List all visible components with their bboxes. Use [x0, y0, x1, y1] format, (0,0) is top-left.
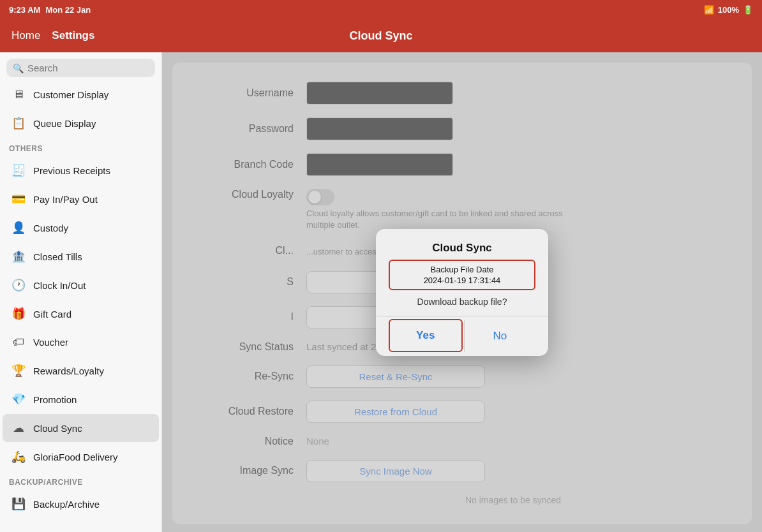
sidebar-item-label: Gift Card — [33, 309, 71, 320]
dialog-buttons: Yes No — [389, 316, 535, 356]
promotion-icon: 💎 — [11, 392, 26, 406]
sidebar-item-gloriafood[interactable]: 🛵 GloriaFood Delivery — [3, 443, 159, 471]
search-input[interactable] — [27, 63, 149, 73]
sidebar-item-label: Closed Tills — [33, 251, 82, 262]
sidebar-item-queue-display[interactable]: 📋 Queue Display — [3, 109, 159, 137]
clock-in-out-icon: 🕐 — [11, 278, 26, 292]
battery-icon: 🔋 — [743, 5, 753, 15]
dialog-backup-label: Backup File Date — [396, 265, 528, 274]
customer-display-icon: 🖥 — [11, 88, 26, 101]
sidebar-item-label: GloriaFood Delivery — [33, 452, 118, 462]
sidebar-item-label: Clock In/Out — [33, 280, 86, 291]
status-date: Mon 22 Jan — [45, 5, 91, 15]
sidebar-item-customer-display[interactable]: 🖥 Customer Display — [3, 81, 159, 108]
sidebar-item-voucher[interactable]: 🏷 Voucher — [3, 329, 159, 356]
wifi-icon: 📶 — [704, 5, 714, 15]
sidebar-item-closed-tills[interactable]: 🏦 Closed Tills — [3, 242, 159, 270]
sidebar-item-backup-archive[interactable]: 💾 Backup/Archive — [3, 490, 159, 518]
sidebar-item-promotion[interactable]: 💎 Promotion — [3, 385, 159, 413]
sidebar-item-label: Rewards/Loyalty — [33, 366, 104, 376]
sidebar-item-pay-in-out[interactable]: 💳 Pay In/Pay Out — [3, 185, 159, 213]
sidebar: 🔍 🖥 Customer Display 📋 Queue Display OTH… — [0, 52, 162, 532]
sidebar-item-custody[interactable]: 👤 Custody — [3, 214, 159, 242]
sidebar-item-gift-card[interactable]: 🎁 Gift Card — [3, 300, 159, 328]
sidebar-item-label: Custody — [33, 223, 68, 233]
backup-icon: 💾 — [11, 497, 26, 511]
main-layout: 🔍 🖥 Customer Display 📋 Queue Display OTH… — [0, 52, 762, 532]
sidebar-item-previous-receipts[interactable]: 🧾 Previous Receipts — [3, 156, 159, 184]
sidebar-section-backup: BACKUP/ARCHIVE — [0, 471, 161, 489]
sidebar-item-label: Pay In/Pay Out — [33, 194, 98, 205]
header-title: Cloud Sync — [349, 29, 412, 43]
dialog-no-button[interactable]: No — [465, 316, 536, 356]
dialog-yes-button[interactable]: Yes — [389, 319, 463, 352]
cloud-sync-icon: ☁ — [11, 421, 26, 435]
gloriafood-icon: 🛵 — [11, 450, 26, 464]
dialog-backup-box: Backup File Date 2024-01-19 17:31:44 — [389, 260, 535, 290]
custody-icon: 👤 — [11, 221, 26, 235]
gift-card-icon: 🎁 — [11, 307, 26, 321]
status-indicators: 📶 100% 🔋 — [704, 5, 753, 15]
status-time: 9:23 AM — [9, 5, 40, 15]
status-bar: 9:23 AM Mon 22 Jan 📶 100% 🔋 — [0, 0, 762, 19]
dialog-question: Download backup file? — [389, 297, 535, 307]
sidebar-item-label: Previous Receipts — [33, 165, 110, 176]
cloud-sync-dialog: Cloud Sync Backup File Date 2024-01-19 1… — [376, 229, 548, 356]
dialog-backup-date: 2024-01-19 17:31:44 — [396, 276, 528, 285]
sidebar-item-label: Queue Display — [33, 118, 96, 129]
previous-receipts-icon: 🧾 — [11, 163, 26, 177]
sidebar-item-rewards-loyalty[interactable]: 🏆 Rewards/Loyalty — [3, 357, 159, 385]
main-content: Username Password Branch Code Cloud Loya… — [162, 52, 762, 532]
app-header: Home Settings Cloud Sync — [0, 19, 762, 52]
closed-tills-icon: 🏦 — [11, 249, 26, 263]
sidebar-item-clock-in-out[interactable]: 🕐 Clock In/Out — [3, 271, 159, 299]
pay-in-out-icon: 💳 — [11, 192, 26, 206]
header-nav: Home Settings — [11, 29, 94, 42]
battery-level: 100% — [718, 5, 739, 15]
sidebar-item-label: Backup/Archive — [33, 499, 100, 510]
queue-display-icon: 📋 — [11, 116, 26, 130]
sidebar-item-label: Promotion — [33, 394, 77, 405]
nav-home[interactable]: Home — [11, 29, 40, 42]
sidebar-item-cloud-sync[interactable]: ☁ Cloud Sync — [3, 414, 159, 442]
modal-overlay: Cloud Sync Backup File Date 2024-01-19 1… — [162, 52, 762, 532]
sidebar-item-label: Cloud Sync — [33, 423, 82, 434]
status-time-date: 9:23 AM Mon 22 Jan — [9, 5, 91, 15]
rewards-icon: 🏆 — [11, 364, 26, 378]
search-bar[interactable]: 🔍 — [6, 59, 155, 77]
sidebar-section-others: OTHERS — [0, 138, 161, 156]
nav-settings[interactable]: Settings — [52, 29, 94, 42]
sidebar-item-label: Customer Display — [33, 89, 108, 100]
sidebar-item-label: Voucher — [33, 337, 68, 348]
dialog-title: Cloud Sync — [389, 242, 535, 255]
voucher-icon: 🏷 — [11, 336, 26, 349]
search-icon: 🔍 — [13, 63, 24, 73]
